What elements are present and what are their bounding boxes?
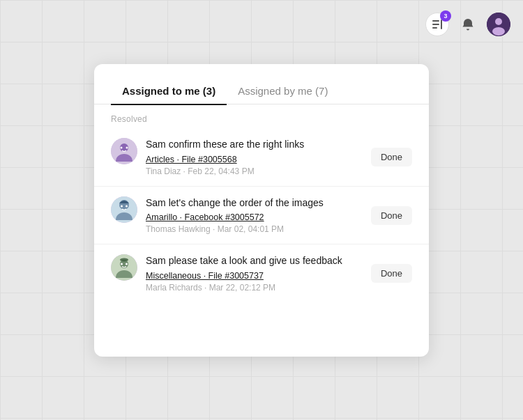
svg-point-17: [121, 263, 123, 265]
task-item: Sam let's change the order of the images…: [94, 186, 429, 244]
tina-diaz-avatar: [111, 138, 137, 164]
task-content: Sam please take a look and give us feedb…: [146, 254, 363, 293]
bell-button[interactable]: [456, 13, 480, 36]
done-button[interactable]: Done: [371, 264, 412, 283]
svg-rect-2: [432, 27, 437, 29]
task-item: Sam confirm these are the right links Ar…: [94, 128, 429, 186]
bell-icon: [460, 17, 476, 32]
task-content: Sam let's change the order of the images…: [146, 196, 363, 235]
svg-point-14: [126, 205, 128, 207]
svg-point-10: [126, 147, 128, 149]
task-item: Sam please take a look and give us feedb…: [94, 244, 429, 302]
task-meta: Marla Richards · Mar 22, 02:12 PM: [146, 283, 363, 293]
svg-rect-3: [441, 20, 442, 29]
section-resolved-label: Resolved: [94, 104, 429, 128]
topbar-icons: 3: [425, 13, 510, 36]
avatar: [111, 138, 137, 164]
task-meta: Thomas Hawking · Mar 02, 04:01 PM: [146, 224, 363, 234]
done-button[interactable]: Done: [371, 148, 412, 166]
task-link[interactable]: Articles · File #3005568: [146, 155, 363, 164]
task-title: Sam let's change the order of the images: [146, 196, 363, 210]
user-avatar-icon: [487, 13, 510, 36]
svg-point-18: [126, 263, 128, 265]
svg-point-6: [492, 27, 505, 36]
svg-point-5: [495, 18, 502, 25]
avatar: [111, 196, 137, 223]
tab-assigned-to-me[interactable]: Assigned to me (3): [111, 78, 227, 105]
task-title: Sam confirm these are the right links: [146, 138, 363, 152]
task-link[interactable]: Miscellaneous · File #3005737: [146, 271, 363, 281]
svg-point-19: [120, 258, 128, 262]
badge-count: 3: [440, 10, 451, 22]
avatar: [111, 254, 137, 281]
user-avatar-button[interactable]: [487, 13, 510, 36]
task-content: Sam confirm these are the right links Ar…: [146, 138, 363, 176]
task-list: Sam confirm these are the right links Ar…: [94, 128, 429, 302]
thomas-hawking-avatar: [111, 196, 137, 223]
svg-point-13: [121, 205, 123, 207]
tab-bar: Assigned to me (3) Assigned by me (7): [94, 64, 429, 105]
svg-rect-1: [432, 24, 439, 25]
svg-rect-0: [432, 20, 439, 22]
task-link[interactable]: Amarillo · Facebook #3005572: [146, 212, 363, 222]
task-meta: Tina Diaz · Feb 22, 04:43 PM: [146, 166, 363, 176]
svg-point-9: [121, 147, 123, 149]
task-title: Sam please take a look and give us feedb…: [146, 254, 363, 268]
tab-assigned-by-me[interactable]: Assigned by me (7): [227, 78, 339, 105]
done-button[interactable]: Done: [371, 206, 412, 225]
main-card: Assigned to me (3) Assigned by me (7) Re…: [94, 64, 429, 357]
marla-richards-avatar: [111, 254, 137, 281]
tasks-button[interactable]: 3: [425, 13, 449, 36]
